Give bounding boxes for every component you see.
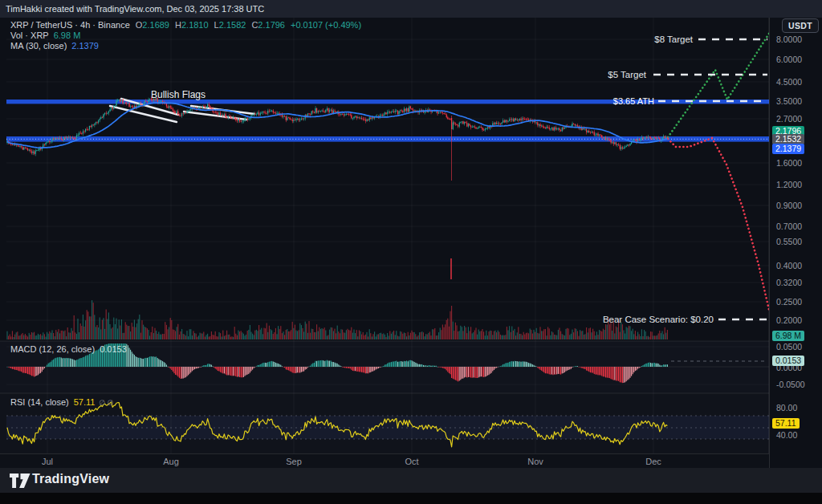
ath-label[interactable]: $3.65 ATH [613, 96, 654, 106]
price-badge: 2.1379 [772, 144, 804, 154]
open-value: 2.1689 [142, 20, 169, 30]
ma-label[interactable]: MA (30, close) [10, 41, 67, 51]
change-value: +0.0107 (+0.49%) [291, 20, 361, 30]
price-tick-label: 0.7000 [776, 222, 802, 231]
symbol-title[interactable]: XRP / TetherUS · 4h · Binance [10, 20, 130, 30]
time-tick-label: Nov [518, 457, 553, 466]
price-badge: 57.11 [772, 418, 800, 429]
price-tick-label: 1.2000 [776, 180, 802, 189]
time-axis[interactable]: JulAugSepOctNovDec2026 [0, 453, 822, 469]
price-tick-label: 0.0500 [776, 342, 802, 352]
tradingview-chart-export: TimHakki created with TradingView.com, D… [0, 0, 822, 504]
price-badge: 0.0153 [772, 356, 804, 366]
bullish-flags-annotation[interactable]: Bullish Flags [151, 89, 206, 100]
price-tick-label: 2.7000 [776, 114, 802, 124]
macd-label[interactable]: MACD (12, 26, close) [10, 344, 95, 354]
low-value: 2.1582 [219, 20, 246, 30]
price-tick-label: 0.2500 [776, 297, 802, 307]
rsi-empty-slots: ∅ ∅ [99, 399, 113, 407]
symbol-legend-row: XRP / TetherUS · 4h · BinanceO2.1689H2.1… [10, 20, 361, 30]
volume-legend-row: Vol · XRP6.98 M [10, 30, 361, 41]
price-tick-label: 0.2000 [776, 315, 802, 325]
chart-canvas[interactable] [0, 0, 822, 504]
bottom-letterbox [0, 493, 822, 504]
price-tick-label: 0.4000 [776, 261, 802, 270]
time-tick-label: Aug [153, 457, 189, 466]
symbol-legend: XRP / TetherUS · 4h · BinanceO2.1689H2.1… [10, 20, 361, 51]
bear-case-label[interactable]: Bear Case Scenario: $0.20 [603, 315, 714, 324]
attribution-text: TimHakki created with TradingView.com, D… [6, 4, 264, 14]
price-tick-label: 0.3200 [776, 278, 802, 287]
volume-value: 6.98 M [54, 30, 81, 40]
rsi-label[interactable]: RSI (14, close) [10, 397, 69, 407]
price-tick-label: -0.0500 [776, 380, 805, 389]
attribution-bar: TimHakki created with TradingView.com, D… [0, 0, 822, 18]
currency-toggle-button[interactable]: USDT [782, 18, 819, 33]
price-tick-label: 80.00 [776, 403, 797, 413]
price-tick-label: 4.5000 [776, 77, 802, 87]
rsi-legend: RSI (14, close)57.11∅ ∅ [10, 397, 114, 407]
price-tick-label: 0.9000 [776, 201, 802, 210]
target-5-label[interactable]: $5 Target [608, 70, 646, 79]
macd-legend: MACD (12, 26, close)0.0153 [10, 344, 127, 354]
price-tick-label: 1.6000 [776, 158, 802, 168]
time-tick-label: Jul [30, 457, 65, 466]
price-tick-label: 6.0000 [776, 55, 802, 64]
price-tick-label: 8.0000 [776, 35, 802, 44]
price-badge: 6.98 M [772, 331, 804, 341]
tradingview-wordmark[interactable]: TradingView [32, 472, 109, 486]
price-tick-label: 40.00 [776, 430, 797, 440]
rsi-value: 57.11 [74, 397, 96, 407]
volume-label[interactable]: Vol · XRP [10, 30, 49, 40]
time-tick-label: Dec [636, 457, 671, 466]
macd-value: 0.0153 [100, 344, 127, 354]
price-tick-label: 3.5000 [776, 96, 802, 106]
price-tick-label: 0.5500 [776, 237, 802, 246]
time-tick-label: Oct [394, 457, 429, 466]
target-8-label[interactable]: $8 Target [654, 35, 693, 44]
price-axis[interactable]: 8.00006.00004.50003.50002.70001.60001.20… [769, 18, 822, 468]
close-value: 2.1796 [258, 20, 285, 30]
tradingview-logo-icon[interactable] [10, 473, 31, 489]
ma-value: 2.1379 [71, 41, 99, 51]
high-value: 2.1810 [181, 20, 209, 30]
ma-legend-row: MA (30, close)2.1379 [10, 41, 361, 51]
time-tick-label: Sep [276, 457, 311, 466]
high-label: H [175, 20, 181, 30]
footer-strip: TradingView [0, 468, 822, 493]
price-badge: 2.1532 [772, 134, 804, 144]
